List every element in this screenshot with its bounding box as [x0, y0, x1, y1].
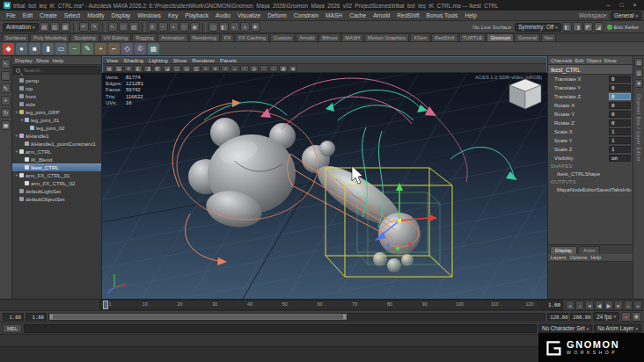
- outliner-menu-show[interactable]: Show: [36, 58, 49, 63]
- channel-value[interactable]: 0: [609, 119, 631, 127]
- render-settings-icon[interactable]: ✱: [251, 22, 260, 32]
- channel-value[interactable]: 0: [609, 102, 631, 109]
- ssao-toggle-icon[interactable]: ◍: [250, 65, 259, 72]
- channel-rotate-x[interactable]: Rotate X0: [548, 101, 633, 110]
- channel-rotate-y[interactable]: Rotate Y0: [548, 110, 633, 119]
- paint-select-tool[interactable]: ✎: [1, 83, 11, 93]
- user-account-chip[interactable]: Eric Keller: [604, 24, 641, 30]
- shelf-tab-rendering[interactable]: Rendering: [189, 33, 220, 41]
- sidebar-vertical-label[interactable]: Channel Box / Layer Editor: [636, 94, 641, 163]
- panel-menu-show[interactable]: Show: [173, 57, 187, 63]
- textured-mode-icon[interactable]: ◑: [221, 65, 230, 72]
- shelf-tab-animation[interactable]: Animation: [157, 33, 187, 41]
- new-scene-icon[interactable]: ▤: [40, 22, 49, 32]
- channel-rotate-z[interactable]: Rotate Z0: [548, 119, 633, 127]
- outliner-item-leg-joint-01[interactable]: ▾leg_joint_01: [12, 116, 101, 124]
- current-time-indicator[interactable]: [103, 300, 108, 309]
- snap-to-point-icon[interactable]: •: [169, 22, 179, 32]
- character-set-dropdown[interactable]: No Character Set: [538, 324, 592, 333]
- menu-windows[interactable]: Windows: [134, 12, 165, 18]
- command-line-input[interactable]: [24, 324, 537, 333]
- shelf-tab-sculpting[interactable]: Sculpting: [70, 33, 99, 41]
- outliner-search-input[interactable]: [22, 67, 98, 74]
- outliner-item-ikhandle1-pointconstraint1[interactable]: ikHandle1_pointConstraint1: [12, 140, 101, 148]
- channel-value[interactable]: 0: [609, 111, 631, 118]
- rotate-tool[interactable]: ↻: [1, 108, 11, 118]
- outliner-item-front[interactable]: front: [12, 92, 101, 100]
- layer-list[interactable]: [548, 262, 633, 299]
- channel-box-tab-icon[interactable]: ▤: [634, 58, 643, 67]
- use-all-lights-icon[interactable]: ◒: [231, 65, 239, 72]
- camera-bookmark-icon[interactable]: ▧: [114, 65, 123, 72]
- animation-start-field[interactable]: 1.00: [3, 313, 24, 321]
- safe-action-icon[interactable]: ◫: [172, 65, 181, 72]
- menu-audio[interactable]: Audio: [212, 12, 234, 18]
- undo-icon[interactable]: ↶: [79, 22, 89, 32]
- shelf-tab-surfaces[interactable]: Surfaces: [2, 33, 29, 41]
- menu-arnold[interactable]: Arnold: [370, 12, 393, 18]
- panel-menu-renderer[interactable]: Renderer: [192, 57, 215, 63]
- outliner-item-ikhandle1[interactable]: ▾ikHandle1: [12, 132, 101, 140]
- shelf-tab-bifrost[interactable]: Bifrost: [318, 33, 340, 41]
- go-to-start-button[interactable]: «: [566, 300, 574, 310]
- render-current-frame-icon[interactable]: ◐: [230, 22, 239, 32]
- shelf-joint-tool-icon[interactable]: +: [95, 43, 106, 54]
- auto-keyframe-toggle[interactable]: ●: [621, 312, 631, 322]
- tool-settings-tab-icon[interactable]: ✱: [634, 79, 643, 88]
- menu-constrain[interactable]: Constrain: [290, 12, 322, 18]
- channel-value[interactable]: on: [609, 155, 631, 162]
- motion-blur-toggle-icon[interactable]: ◌: [260, 65, 268, 72]
- redo-icon[interactable]: ↷: [90, 22, 99, 32]
- select-by-hierarchy-icon[interactable]: ↖: [108, 22, 118, 32]
- xray-toggle-icon[interactable]: ○: [269, 65, 278, 72]
- snap-to-curve-icon[interactable]: ~: [158, 22, 168, 32]
- exposure-icon[interactable]: ◆: [289, 65, 297, 72]
- outliner-item-leg-joint-02[interactable]: leg_joint_02: [12, 124, 101, 132]
- shadows-toggle-icon[interactable]: ◓: [240, 65, 249, 72]
- output-node-name[interactable]: MayaNodeEditorSavedTabsInfo: [548, 186, 633, 194]
- view-cube[interactable]: [509, 79, 541, 109]
- shelf-tab-mash[interactable]: MASH: [341, 33, 363, 41]
- shelf-pencil-curve-icon[interactable]: ✎: [82, 43, 93, 54]
- step-forward-frame-button[interactable]: ▸: [614, 300, 623, 310]
- animation-end-field[interactable]: 200.00: [570, 313, 591, 321]
- menu-help[interactable]: Help: [461, 12, 480, 18]
- select-tool[interactable]: ↖: [1, 59, 11, 69]
- shaded-mode-icon[interactable]: ●: [211, 65, 220, 72]
- range-end-handle[interactable]: [343, 315, 346, 319]
- play-backwards-button[interactable]: ◀: [595, 300, 604, 310]
- channel-value[interactable]: 1: [609, 137, 631, 144]
- shelf-tab-turtle[interactable]: TURTLE: [459, 33, 487, 41]
- workspace-dropdown[interactable]: General: [611, 11, 641, 20]
- attribute-editor-tab-icon[interactable]: ▥: [634, 69, 643, 77]
- menu-redshift[interactable]: RedShift: [393, 12, 422, 18]
- robot-leg-geometry[interactable]: [188, 118, 421, 272]
- outliner-item-ik-blend[interactable]: IK_Blend: [12, 156, 101, 163]
- symmetry-dropdown[interactable]: Symmetry: Off: [515, 23, 561, 32]
- shelf-tab-poly-modeling[interactable]: Poly Modeling: [30, 33, 70, 41]
- camera-lock-icon[interactable]: ▦: [105, 65, 113, 72]
- shelf-curve-tool-icon[interactable]: ~: [69, 43, 80, 54]
- playback-start-field[interactable]: 1.00: [26, 313, 47, 321]
- channel-translate-x[interactable]: Translate X0: [548, 75, 633, 83]
- shelf-sphere-primitive-icon[interactable]: ●: [16, 43, 27, 54]
- toggle-attribute-editor-icon[interactable]: ◩: [583, 22, 593, 32]
- scene-3d[interactable]: [102, 73, 547, 299]
- channel-value[interactable]: 0: [609, 93, 631, 100]
- channel-value[interactable]: 0: [609, 84, 631, 91]
- outliner-item-arm-fx-ctrl-02[interactable]: arm_FX_CTRL_02: [12, 179, 101, 187]
- channel-value[interactable]: 0: [609, 76, 631, 83]
- outliner-item-defaultobjectset[interactable]: defaultObjectSet: [12, 195, 101, 203]
- close-button[interactable]: ×: [629, 1, 640, 10]
- lasso-select-tool[interactable]: ◌: [1, 71, 11, 81]
- menu-deform[interactable]: Deform: [264, 12, 290, 18]
- shelf-tab-gnomon[interactable]: Gnomon: [487, 33, 514, 41]
- hud-toggle-icon[interactable]: ▥: [192, 65, 201, 72]
- shelf-lattice-icon[interactable]: ▦: [148, 43, 159, 54]
- menu-select[interactable]: Select: [61, 12, 84, 18]
- channel-scale-x[interactable]: Scale X1: [548, 127, 633, 136]
- move-tool[interactable]: +: [1, 96, 11, 105]
- step-back-key-button[interactable]: ‹: [575, 300, 584, 310]
- time-slider-track[interactable]: 1102030405060708090100110120: [100, 300, 539, 310]
- outliner-menu-display[interactable]: Display: [15, 58, 33, 63]
